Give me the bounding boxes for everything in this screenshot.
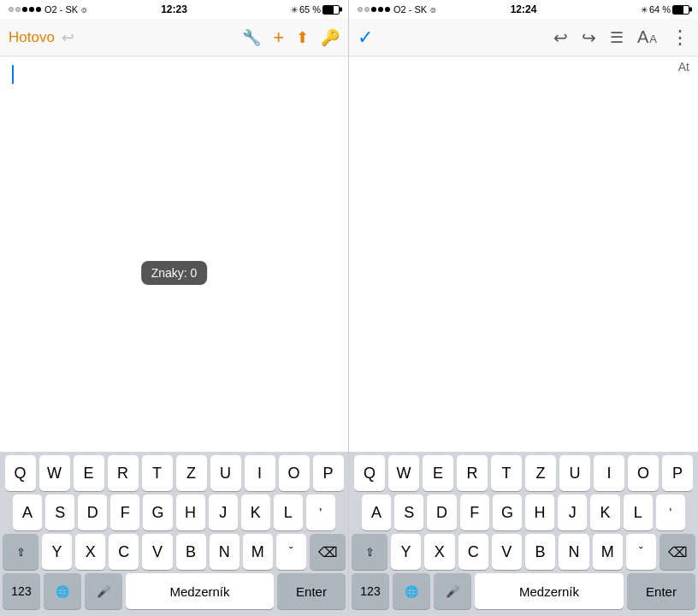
carrier-info-left: O2 - SK ⌾ — [9, 4, 87, 15]
key-d-left[interactable]: D — [78, 495, 107, 530]
key-space-left[interactable]: Medzerník — [126, 573, 274, 609]
key-e-right[interactable]: E — [423, 455, 453, 491]
add-icon-left[interactable]: + — [273, 27, 284, 49]
toolbar-right-icons-left: 🔧 + ⬆ 🔑 — [242, 27, 340, 49]
toolbar-right: ✓ ↩ ↪ ☰ AA ⋮ — [349, 19, 698, 56]
key-b-left[interactable]: B — [176, 534, 206, 570]
status-time-left: 12:23 — [161, 3, 187, 15]
key-mic-left[interactable]: 🎤 — [85, 573, 122, 609]
key-h-right[interactable]: H — [525, 495, 554, 530]
more-tools-icon-left[interactable]: 🔑 — [321, 28, 340, 47]
key-shift-right[interactable]: ⇧ — [352, 534, 387, 570]
key-k-left[interactable]: K — [241, 495, 270, 530]
key-i-right[interactable]: I — [594, 455, 624, 491]
key-a-right[interactable]: A — [362, 495, 391, 530]
key-d-right[interactable]: D — [427, 495, 456, 530]
at-text: At — [678, 60, 689, 74]
signal-dot-4 — [29, 7, 34, 12]
key-k-right[interactable]: K — [590, 495, 619, 530]
key-f-right[interactable]: F — [460, 495, 489, 530]
key-y-left[interactable]: Y — [42, 534, 72, 570]
key-m-left[interactable]: M — [243, 534, 273, 570]
key-r-left[interactable]: R — [108, 455, 139, 491]
key-x-right[interactable]: X — [424, 534, 454, 570]
key-row-3-left: ⇧ Y X C V B N M ˇ ⌫ — [3, 534, 346, 570]
key-m-right[interactable]: M — [593, 534, 623, 570]
key-q-right[interactable]: Q — [354, 455, 385, 491]
key-w-left[interactable]: W — [39, 455, 70, 491]
key-s-right[interactable]: S — [394, 495, 423, 530]
key-e-left[interactable]: E — [74, 455, 104, 491]
content-area-right[interactable]: At — [349, 56, 698, 452]
key-v-right[interactable]: V — [492, 534, 522, 570]
key-l-left[interactable]: L — [274, 495, 303, 530]
tools-icon-left[interactable]: 🔧 — [242, 28, 261, 47]
key-f-left[interactable]: F — [110, 495, 139, 530]
undo-button-right[interactable]: ↩ — [553, 27, 568, 48]
redo-button-right[interactable]: ↪ — [582, 27, 596, 48]
battery-icon-left — [322, 5, 340, 15]
key-r-right[interactable]: R — [457, 455, 488, 491]
key-t-right[interactable]: T — [491, 455, 522, 491]
key-backspace-right[interactable]: ⌫ — [660, 534, 695, 570]
carrier-info-right: O2 - SK ⌾ — [358, 4, 436, 15]
key-space-right[interactable]: Medzerník — [475, 573, 624, 609]
key-caron-right[interactable]: ˇ — [626, 534, 656, 570]
key-backspace-left[interactable]: ⌫ — [310, 534, 346, 570]
battery-pct-left: 65 % — [299, 4, 321, 15]
key-p-left[interactable]: P — [313, 455, 344, 491]
key-i-left[interactable]: I — [245, 455, 275, 491]
key-row-4-right: 123 🌐 🎤 Medzerník Enter — [352, 573, 695, 613]
key-c-right[interactable]: C — [458, 534, 488, 570]
key-j-left[interactable]: J — [209, 495, 238, 530]
list-button-right[interactable]: ☰ — [610, 28, 624, 47]
key-g-left[interactable]: G — [143, 495, 172, 530]
key-123-right[interactable]: 123 — [352, 573, 389, 609]
key-t-left[interactable]: T — [142, 455, 173, 491]
key-s-left[interactable]: S — [45, 495, 74, 530]
key-globe-left[interactable]: 🌐 — [44, 573, 81, 609]
more-button-right[interactable]: ⋮ — [671, 27, 689, 49]
key-u-right[interactable]: U — [559, 455, 590, 491]
key-v-left[interactable]: V — [142, 534, 172, 570]
key-b-right[interactable]: B — [525, 534, 555, 570]
key-caron-left[interactable]: ˇ — [276, 534, 306, 570]
toolbar-right-actions: ↩ ↪ ☰ AA ⋮ — [553, 27, 689, 49]
key-h-left[interactable]: H — [176, 495, 205, 530]
key-o-left[interactable]: O — [279, 455, 310, 491]
key-apos-right[interactable]: ' — [656, 495, 685, 530]
key-u-left[interactable]: U — [210, 455, 241, 491]
content-area-left[interactable]: Znaky: 0 — [0, 56, 348, 452]
key-g-right[interactable]: G — [493, 495, 522, 530]
key-x-left[interactable]: X — [75, 534, 105, 570]
key-shift-left[interactable]: ⇧ — [3, 534, 38, 570]
key-row-2-left: A S D F G H J K L ' — [3, 495, 346, 530]
key-enter-left[interactable]: Enter — [277, 573, 346, 609]
status-bar-left: O2 - SK ⌾ 12:23 ✳ 65 % — [0, 0, 348, 19]
key-z-left[interactable]: Z — [176, 455, 207, 491]
key-mic-right[interactable]: 🎤 — [434, 573, 471, 609]
hotovo-button[interactable]: Hotovo — [9, 29, 55, 46]
key-o-right[interactable]: O — [628, 455, 659, 491]
key-w-right[interactable]: W — [388, 455, 419, 491]
key-z-right[interactable]: Z — [525, 455, 556, 491]
signal-dot-2 — [15, 7, 21, 12]
undo-button-left[interactable]: ↩ — [62, 28, 74, 47]
key-n-left[interactable]: N — [210, 534, 240, 570]
key-p-right[interactable]: P — [662, 455, 693, 491]
key-l-right[interactable]: L — [624, 495, 653, 530]
key-a-left[interactable]: A — [13, 495, 42, 530]
key-q-left[interactable]: Q — [5, 455, 36, 491]
key-c-left[interactable]: C — [109, 534, 139, 570]
format-button-right[interactable]: AA — [637, 27, 657, 47]
key-123-left[interactable]: 123 — [3, 573, 40, 609]
toolbar-left: Hotovo ↩ 🔧 + ⬆ 🔑 — [0, 19, 348, 56]
key-globe-right[interactable]: 🌐 — [393, 573, 430, 609]
key-j-right[interactable]: J — [558, 495, 587, 530]
share-icon-left[interactable]: ⬆ — [296, 28, 309, 47]
key-y-right[interactable]: Y — [391, 534, 421, 570]
key-n-right[interactable]: N — [559, 534, 589, 570]
key-enter-right[interactable]: Enter — [627, 573, 695, 609]
check-button[interactable]: ✓ — [358, 27, 373, 49]
key-apos-left[interactable]: ' — [306, 495, 335, 530]
